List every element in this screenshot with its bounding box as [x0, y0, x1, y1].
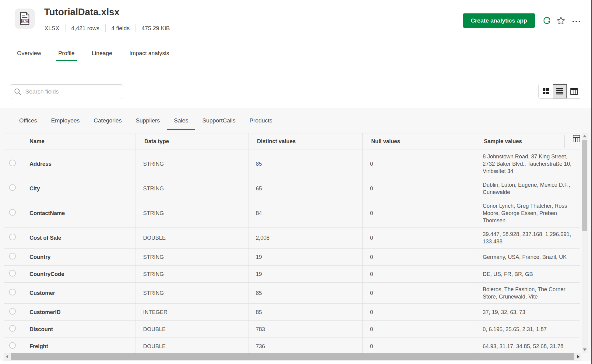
- xlsx-document-icon: XLSX: [19, 11, 31, 26]
- row-select-radio[interactable]: [9, 184, 16, 191]
- dataset-tab-products[interactable]: Products: [242, 111, 279, 130]
- horizontal-scroll-thumb[interactable]: [11, 353, 574, 360]
- cell-name: Discount: [21, 321, 136, 338]
- grid-view-icon: [542, 88, 549, 95]
- cell-data_type: STRING: [136, 199, 248, 228]
- file-meta-item: 4 fields: [106, 25, 136, 32]
- vertical-scroll-thumb[interactable]: [582, 140, 587, 231]
- search-icon: [14, 88, 22, 96]
- dataset-tab-sales[interactable]: Sales: [167, 111, 196, 130]
- cell-name: Address: [21, 150, 136, 178]
- vertical-scrollbar[interactable]: [582, 133, 588, 353]
- view-toggle-group: [538, 84, 581, 99]
- table-row: CitySTRING650Dublin, Luton, Eugene, Méxi…: [4, 178, 580, 199]
- dataset-tab-supportcalls[interactable]: SupportCalls: [195, 111, 242, 130]
- dataset-tab-suppliers[interactable]: Suppliers: [129, 111, 167, 130]
- cell-data_type: STRING: [136, 150, 248, 178]
- cell-distinct_values: 783: [248, 321, 363, 338]
- svg-text:XLSX: XLSX: [21, 19, 29, 23]
- xlsx-file-icon: XLSX: [15, 9, 35, 29]
- column-header-name: Name: [21, 133, 136, 150]
- column-header-data-type: Data type: [136, 133, 248, 150]
- table-view-icon: [570, 88, 578, 95]
- table-body: AddressSTRING8508 Johnstown Road, 37 Kin…: [4, 150, 580, 353]
- cell-data_type: DOUBLE: [136, 338, 248, 353]
- more-options-button[interactable]: [570, 15, 582, 27]
- row-select-radio[interactable]: [9, 234, 16, 240]
- star-icon: [556, 16, 566, 26]
- cell-distinct_values: 65: [248, 178, 363, 199]
- window-edge-scrollbar[interactable]: [591, 0, 592, 364]
- cell-data_type: DOUBLE: [136, 321, 248, 338]
- table-header-row: NameData typeDistinct valuesNull valuesS…: [4, 133, 580, 150]
- cell-sample_values: Dublin, Luton, Eugene, México D.F., Cune…: [475, 178, 580, 199]
- row-select-radio[interactable]: [9, 289, 16, 295]
- file-meta-item: 4,421 rows: [65, 25, 105, 32]
- dataset-tab-employees[interactable]: Employees: [44, 111, 87, 130]
- table-view-button[interactable]: [567, 84, 581, 98]
- row-select-radio[interactable]: [9, 209, 16, 216]
- cell-name: CustomerID: [21, 304, 136, 321]
- create-analytics-app-button[interactable]: Create analytics app: [463, 13, 535, 28]
- scroll-down-arrow[interactable]: [583, 348, 587, 351]
- ellipsis-icon: [573, 21, 580, 22]
- cell-distinct_values: 84: [248, 199, 363, 228]
- cell-distinct_values: 19: [248, 266, 363, 283]
- cell-sample_values: 8 Johnstown Road, 37 King Street, 2732 B…: [475, 150, 580, 178]
- cell-null_values: 0: [363, 338, 475, 353]
- cell-data_type: DOUBLE: [136, 228, 248, 249]
- table-row: CustomerIDINTEGER85037, 19, 32, 63, 73: [4, 304, 580, 321]
- cell-name: ContactName: [21, 199, 136, 228]
- tab-overview[interactable]: Overview: [15, 46, 44, 61]
- scroll-right-arrow[interactable]: [577, 355, 580, 359]
- cell-sample_values: 0, 6.195, 25.65, 2.31, 1.87: [475, 321, 580, 338]
- table-row: Cost of SaleDOUBLE2,008039.447, 58.928, …: [4, 228, 580, 249]
- table-row: ContactNameSTRING840Conor Lynch, Greg Th…: [4, 199, 580, 228]
- table-row: FreightDOUBLE736064.93, 31.17, 34.85, 52…: [4, 338, 580, 353]
- column-header-distinct-values: Distinct values: [248, 133, 363, 150]
- file-meta: XLSX4,421 rows4 fields475.29 KiB: [44, 24, 176, 32]
- row-select-radio[interactable]: [9, 325, 16, 332]
- dataset-profile-page: XLSX TutorialData.xlsx XLSX4,421 rows4 f…: [0, 0, 592, 364]
- row-select-radio[interactable]: [9, 270, 16, 277]
- reload-button[interactable]: [541, 15, 553, 27]
- row-select-radio[interactable]: [9, 342, 16, 349]
- profile-panel: OfficesEmployeesCategoriesSuppliersSales…: [0, 108, 592, 361]
- refresh-icon: [542, 16, 552, 26]
- cell-distinct_values: 85: [248, 150, 363, 178]
- cell-distinct_values: 85: [248, 304, 363, 321]
- row-select-radio[interactable]: [9, 308, 16, 315]
- row-select-radio[interactable]: [9, 253, 16, 260]
- scroll-up-arrow[interactable]: [583, 135, 587, 137]
- cell-null_values: 0: [363, 266, 475, 283]
- scroll-left-arrow[interactable]: [6, 355, 8, 359]
- file-meta-item: 475.29 KiB: [136, 25, 176, 32]
- cell-name: Country: [21, 249, 136, 266]
- search-input[interactable]: [25, 88, 119, 95]
- dataset-tab-categories[interactable]: Categories: [87, 111, 129, 130]
- horizontal-scrollbar[interactable]: [4, 353, 581, 361]
- cell-sample_values: 64.93, 31.17, 34.85, 52.68, 31.78: [475, 338, 580, 353]
- page-title: TutorialData.xlsx: [44, 7, 120, 18]
- page-tabs: OverviewProfileLineageImpact analysis: [0, 46, 592, 61]
- table-row: CustomerSTRING850Boleros, The Fashion, T…: [4, 283, 580, 304]
- dataset-tab-offices[interactable]: Offices: [12, 111, 44, 130]
- column-header-null-values: Null values: [363, 133, 475, 150]
- cell-data_type: STRING: [136, 178, 248, 199]
- cell-data_type: STRING: [136, 249, 248, 266]
- cell-null_values: 0: [363, 283, 475, 304]
- tab-profile[interactable]: Profile: [56, 46, 77, 61]
- table-row: CountryCodeSTRING190DE, US, FR, BR, GB: [4, 266, 580, 283]
- column-picker-icon[interactable]: [573, 135, 580, 143]
- row-select-radio[interactable]: [9, 160, 16, 166]
- cell-null_values: 0: [363, 199, 475, 228]
- dataset-tabs: OfficesEmployeesCategoriesSuppliersSales…: [12, 111, 279, 130]
- list-view-button[interactable]: [553, 84, 567, 98]
- favorite-button[interactable]: [555, 15, 567, 27]
- tab-impact-analysis[interactable]: Impact analysis: [127, 46, 172, 61]
- grid-view-button[interactable]: [539, 84, 553, 98]
- tab-lineage[interactable]: Lineage: [89, 46, 115, 61]
- cell-null_values: 0: [363, 304, 475, 321]
- cell-distinct_values: 85: [248, 283, 363, 304]
- cell-null_values: 0: [363, 228, 475, 249]
